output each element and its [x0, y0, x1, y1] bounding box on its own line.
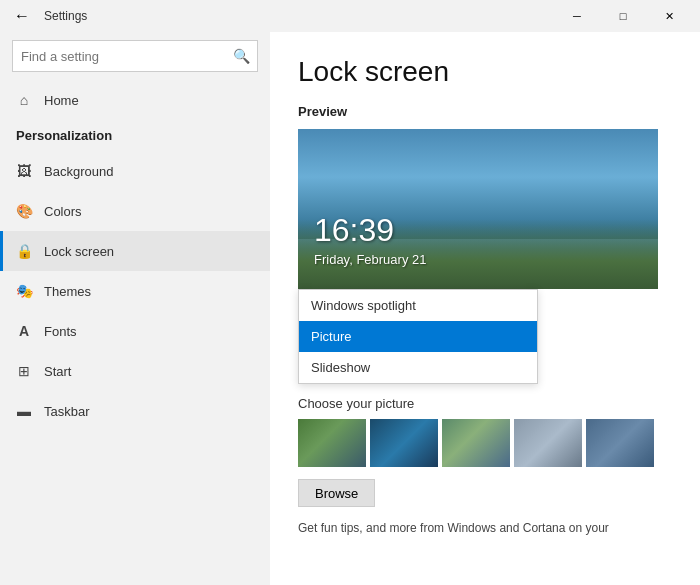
background-type-dropdown: Windows spotlight Picture Slideshow — [298, 289, 658, 384]
sidebar-item-background-label: Background — [44, 164, 113, 179]
title-bar: ← Settings ─ □ ✕ — [0, 0, 700, 32]
main-layout: 🔍 ⌂ Home Personalization 🖼 Background 🎨 … — [0, 32, 700, 585]
sidebar-item-themes-label: Themes — [44, 284, 91, 299]
sidebar-item-fonts[interactable]: A Fonts — [0, 311, 270, 351]
sidebar-item-colors-label: Colors — [44, 204, 82, 219]
browse-button[interactable]: Browse — [298, 479, 375, 507]
preview-date: Friday, February 21 — [314, 252, 426, 267]
start-icon: ⊞ — [16, 363, 32, 379]
thumbnail-4[interactable] — [514, 419, 582, 467]
thumbnail-5[interactable] — [586, 419, 654, 467]
dropdown-item-slideshow[interactable]: Slideshow — [299, 352, 537, 383]
sidebar-section-title: Personalization — [0, 120, 270, 151]
colors-icon: 🎨 — [16, 203, 32, 219]
sidebar-item-lock-screen[interactable]: 🔒 Lock screen — [0, 231, 270, 271]
sidebar-item-taskbar-label: Taskbar — [44, 404, 90, 419]
back-button[interactable]: ← — [8, 2, 36, 30]
thumbnail-2[interactable] — [370, 419, 438, 467]
dropdown-item-spotlight[interactable]: Windows spotlight — [299, 290, 537, 321]
sidebar-item-start-label: Start — [44, 364, 71, 379]
info-text: Get fun tips, and more from Windows and … — [298, 519, 658, 537]
sidebar-item-taskbar[interactable]: ▬ Taskbar — [0, 391, 270, 431]
dropdown-menu: Windows spotlight Picture Slideshow — [298, 289, 538, 384]
sidebar-item-background[interactable]: 🖼 Background — [0, 151, 270, 191]
sidebar-item-home[interactable]: ⌂ Home — [0, 80, 270, 120]
search-container: 🔍 — [12, 40, 258, 72]
taskbar-icon: ▬ — [16, 403, 32, 419]
search-icon: 🔍 — [233, 48, 250, 64]
thumbnail-3[interactable] — [442, 419, 510, 467]
back-icon: ← — [14, 7, 30, 25]
sidebar-item-colors[interactable]: 🎨 Colors — [0, 191, 270, 231]
sidebar-item-start[interactable]: ⊞ Start — [0, 351, 270, 391]
window-controls: ─ □ ✕ — [554, 0, 692, 32]
sidebar-item-fonts-label: Fonts — [44, 324, 77, 339]
lock-icon: 🔒 — [16, 243, 32, 259]
home-icon: ⌂ — [16, 92, 32, 108]
thumbnail-1[interactable] — [298, 419, 366, 467]
content-area: Lock screen Preview 16:39 Friday, Februa… — [270, 32, 700, 585]
window-title: Settings — [44, 9, 87, 23]
page-title: Lock screen — [298, 56, 672, 88]
fonts-icon: A — [16, 323, 32, 339]
search-input[interactable] — [12, 40, 258, 72]
sidebar-item-themes[interactable]: 🎭 Themes — [0, 271, 270, 311]
picture-thumbnails-row — [298, 419, 672, 467]
preview-label: Preview — [298, 104, 672, 119]
lock-screen-preview: 16:39 Friday, February 21 — [298, 129, 658, 289]
themes-icon: 🎭 — [16, 283, 32, 299]
sidebar-item-lock-label: Lock screen — [44, 244, 114, 259]
choose-picture-label: Choose your picture — [298, 396, 672, 411]
sidebar-item-home-label: Home — [44, 93, 79, 108]
title-bar-left: ← Settings — [8, 2, 554, 30]
maximize-button[interactable]: □ — [600, 0, 646, 32]
dropdown-item-picture[interactable]: Picture — [299, 321, 537, 352]
preview-time: 16:39 — [314, 212, 394, 249]
minimize-button[interactable]: ─ — [554, 0, 600, 32]
background-icon: 🖼 — [16, 163, 32, 179]
close-button[interactable]: ✕ — [646, 0, 692, 32]
sidebar: 🔍 ⌂ Home Personalization 🖼 Background 🎨 … — [0, 32, 270, 585]
